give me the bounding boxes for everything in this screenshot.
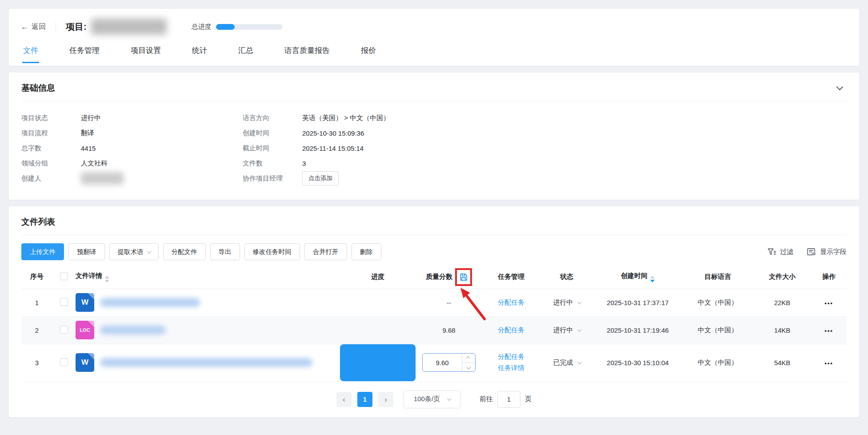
file-name-redacted[interactable]: [100, 358, 312, 367]
project-tabs: 文件 任务管理 项目设置 统计 汇总 语言质量报告 报价: [20, 41, 848, 63]
header-file-size: 文件大小: [753, 266, 811, 289]
progress-bar: [216, 24, 283, 30]
language-direction-value: 英语（美国） > 中文（中国）: [302, 114, 390, 122]
merge-open-button[interactable]: 合并打开: [304, 243, 347, 260]
spinner-up-button[interactable]: [462, 354, 475, 363]
info-label: 语言方向: [243, 114, 302, 122]
assign-task-link[interactable]: 分配任务: [498, 326, 524, 334]
file-count-value: 3: [302, 160, 306, 167]
info-label: 文件数: [243, 159, 302, 168]
add-co-manager-button[interactable]: 点击添加: [302, 171, 339, 185]
tab-statistics[interactable]: 统计: [191, 41, 208, 63]
page: ← 返回 项目: 总进度 文件 任务管理 项目设置 统计 汇总 语言质量报告 报…: [0, 0, 868, 417]
upload-file-button[interactable]: 上传文件: [21, 243, 64, 260]
row-seq: 1: [21, 289, 52, 316]
status-dropdown[interactable]: 进行中: [553, 298, 580, 307]
info-label: 项目状态: [21, 114, 81, 122]
current-page-button[interactable]: 1: [357, 392, 372, 407]
save-icon[interactable]: [459, 273, 468, 282]
file-size-cell: 14KB: [753, 316, 811, 344]
tab-lqa-report[interactable]: 语言质量报告: [284, 41, 331, 63]
tab-files[interactable]: 文件: [22, 41, 39, 63]
select-all-checkbox[interactable]: [60, 272, 68, 280]
back-button[interactable]: ← 返回: [20, 22, 46, 32]
pretranslate-button[interactable]: 预翻译: [68, 243, 105, 260]
task-details-link[interactable]: 任务详情: [498, 364, 524, 372]
page-size-value: 100条/页: [414, 395, 440, 403]
project-status-value: 进行中: [81, 114, 101, 122]
row-checkbox[interactable]: [60, 358, 68, 366]
status-dropdown[interactable]: 进行中: [553, 326, 580, 334]
collapse-chevron-down-icon[interactable]: [836, 84, 844, 91]
file-progress-bar: [340, 317, 416, 344]
word-file-icon: W: [76, 353, 94, 372]
file-list-title: 文件列表: [21, 216, 55, 228]
info-label: 创建人: [21, 174, 81, 183]
chevron-down-icon: [577, 327, 581, 332]
info-label: 创建时间: [243, 129, 302, 137]
file-toolbar: 上传文件 预翻译 提取术语 分配文件 导出 修改任务时间 合并打开 删除 过滤 …: [21, 243, 847, 260]
display-fields-button[interactable]: 显示字段: [807, 247, 847, 257]
row-seq: 2: [21, 316, 52, 344]
assign-task-link[interactable]: 分配任务: [498, 353, 524, 361]
prev-page-button[interactable]: ‹: [336, 392, 352, 407]
file-name-redacted[interactable]: [100, 298, 200, 307]
goto-page-input[interactable]: [497, 391, 520, 408]
tab-summary[interactable]: 汇总: [237, 41, 254, 63]
modify-task-time-button[interactable]: 修改任务时间: [244, 243, 300, 260]
row-checkbox[interactable]: [60, 326, 68, 334]
goto-label: 前往: [480, 395, 493, 403]
domain-group-value: 人文社科: [81, 159, 108, 168]
row-seq: 3: [21, 344, 52, 381]
target-language-cell: 中文（中国）: [682, 344, 753, 381]
back-label: 返回: [32, 22, 46, 32]
header-target-language: 目标语言: [682, 266, 753, 289]
header-file-label: 文件详情: [76, 272, 102, 279]
extract-terms-button[interactable]: 提取术语: [109, 243, 159, 260]
display-fields-icon: [807, 247, 816, 257]
assign-files-button[interactable]: 分配文件: [163, 243, 206, 260]
vertical-divider: [56, 23, 56, 31]
status-value: 进行中: [553, 326, 573, 334]
sort-file-icon[interactable]: [105, 276, 109, 282]
file-size-cell: 22KB: [753, 289, 811, 316]
file-progress-bar: [340, 344, 416, 381]
info-label: 截止时间: [243, 144, 302, 153]
status-dropdown[interactable]: 已完成: [553, 358, 580, 367]
more-actions-icon[interactable]: •••: [824, 327, 833, 334]
delete-button[interactable]: 删除: [352, 243, 381, 260]
header-actions: 操作: [811, 266, 847, 289]
progress-bar-fill: [216, 24, 235, 30]
next-page-button[interactable]: ›: [378, 392, 393, 407]
loc-file-icon: LOC: [76, 321, 94, 339]
more-actions-icon[interactable]: •••: [824, 300, 833, 306]
page-size-select[interactable]: 100条/页: [404, 391, 460, 408]
header-status: 状态: [540, 266, 593, 289]
filter-label: 过滤: [780, 248, 793, 256]
more-actions-icon[interactable]: •••: [824, 360, 833, 367]
info-label: 领域分组: [21, 159, 81, 168]
file-size-cell: 54KB: [753, 344, 811, 381]
row-checkbox[interactable]: [60, 298, 68, 306]
back-arrow-icon: ←: [20, 23, 28, 31]
created-time-cell: 2025-10-31 17:19:46: [593, 316, 682, 344]
sort-created-icon[interactable]: [650, 276, 655, 282]
filter-funnel-icon: [767, 247, 776, 257]
quality-score-input[interactable]: [423, 354, 462, 371]
tab-quote[interactable]: 报价: [360, 41, 377, 63]
status-value: 进行中: [553, 298, 573, 307]
tab-task-management[interactable]: 任务管理: [68, 41, 100, 63]
spinner-down-button[interactable]: [462, 363, 475, 372]
filter-button[interactable]: 过滤: [767, 247, 793, 257]
tab-project-settings[interactable]: 项目设置: [130, 41, 162, 63]
info-label: 协作项目经理: [243, 174, 302, 183]
header-seq: 序号: [21, 266, 52, 289]
project-label: 项目:: [66, 21, 87, 33]
chevron-down-icon: [577, 360, 581, 364]
file-name-redacted[interactable]: [100, 326, 166, 334]
file-table: 序号 文件详情 进度 质量分数: [21, 266, 847, 382]
quality-score-input-group: [422, 353, 476, 372]
assign-task-link[interactable]: 分配任务: [498, 298, 524, 306]
export-button[interactable]: 导出: [210, 243, 240, 260]
quality-score-value: 9.68: [416, 316, 482, 344]
